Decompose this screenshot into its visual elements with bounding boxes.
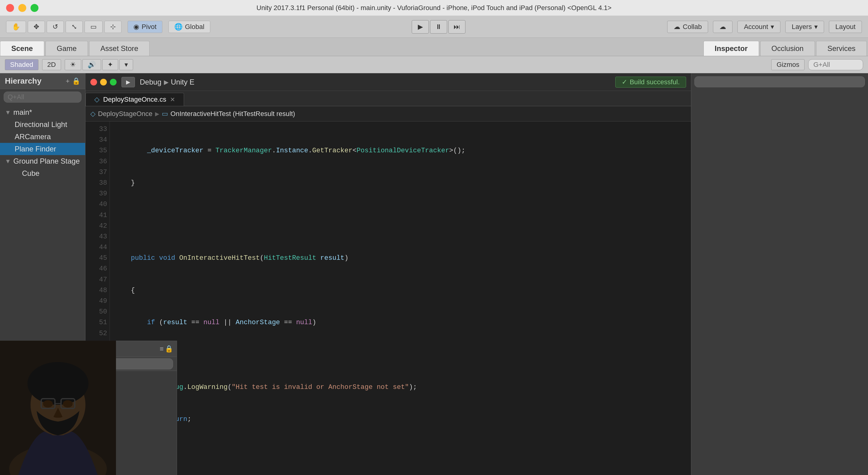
code-line-34: } <box>115 178 686 188</box>
rect-tool[interactable]: ▭ <box>85 21 102 33</box>
hierarchy-search-input[interactable] <box>4 92 82 102</box>
pivot-button[interactable]: ◉ Pivot <box>128 21 162 33</box>
webcam-overlay <box>0 341 116 475</box>
code-line-40: { <box>115 350 686 360</box>
scene-search[interactable] <box>808 59 863 70</box>
window-title: Unity 2017.3.1f1 Personal (64bit) - main… <box>256 4 611 12</box>
code-line-41: Debug.LogWarning("Hit test is invalid or… <box>115 382 686 393</box>
hierarchy-item-directional-light[interactable]: Directional Light <box>0 118 85 131</box>
svg-point-8 <box>43 400 53 408</box>
tab-services[interactable]: Services <box>816 41 867 56</box>
tab-game[interactable]: Game <box>45 41 88 56</box>
breadcrumb-method-icon: ▭ <box>162 110 168 118</box>
inspector-panel <box>691 73 868 475</box>
scene-view-modes[interactable]: ▾ <box>119 59 133 70</box>
close-button[interactable] <box>6 4 14 12</box>
code-line-38: { <box>115 285 686 296</box>
rotate-tool[interactable]: ↺ <box>47 21 64 33</box>
svg-point-4 <box>28 362 89 405</box>
svg-point-9 <box>63 400 73 408</box>
build-success: ✓ Build successful. <box>615 77 686 88</box>
unity-toolbar: ✋ ✥ ↺ ⤡ ▭ ⊹ ◉ Pivot 🌐 Global ▶ ⏸ ⏭ ☁ Col… <box>0 16 868 38</box>
toolbar-right: ☁ Collab ☁ Account ▾ Layers ▾ Layout <box>667 21 862 33</box>
global-button[interactable]: 🌐 Global <box>168 21 210 33</box>
webcam-feed <box>0 341 116 475</box>
minimize-button[interactable] <box>18 4 26 12</box>
hierarchy-title: Hierarchy <box>5 76 41 86</box>
window-buttons <box>6 4 38 12</box>
code-editor[interactable]: _deviceTracker = TrackerManager.Instance… <box>110 121 691 475</box>
debug-min-button[interactable] <box>100 79 107 86</box>
layout-button[interactable]: Layout <box>829 21 862 33</box>
code-line-43: } <box>115 446 686 457</box>
cs-icon: ◇ <box>94 95 99 103</box>
scene-toolbar: Shaded 2D ☀ 🔊 ✦ ▾ Gizmos <box>0 56 868 73</box>
code-line-37: public void OnInteractiveHitTest(HitTest… <box>115 253 686 263</box>
cloud-button[interactable]: ☁ <box>713 21 733 33</box>
file-tab-close[interactable]: ✕ <box>170 96 175 103</box>
code-line-42: return; <box>115 414 686 425</box>
account-button[interactable]: Account ▾ <box>737 21 780 33</box>
debug-label: Debug ▶ Unity E <box>140 78 194 86</box>
bottom-collapse-icon[interactable]: 🔒 <box>165 345 173 353</box>
hand-tool[interactable]: ✋ <box>6 21 26 33</box>
person-silhouette <box>0 341 116 475</box>
inspector-search-input[interactable] <box>694 76 865 87</box>
hierarchy-search <box>0 89 85 105</box>
step-button[interactable]: ⏭ <box>448 20 465 34</box>
inspector-tabs-main: Inspector Occlusion Services <box>704 41 868 56</box>
debug-traffic-lights <box>90 79 117 86</box>
gizmos-button[interactable]: Gizmos <box>771 59 805 70</box>
bottom-lock-icon[interactable]: ≡ <box>160 345 163 353</box>
title-bar: Unity 2017.3.1f1 Personal (64bit) - main… <box>0 0 868 16</box>
hierarchy-item-main[interactable]: ▼ main* <box>0 106 85 118</box>
fx-button[interactable]: ✦ <box>102 59 118 70</box>
tab-occlusion[interactable]: Occlusion <box>760 41 815 56</box>
file-tab-deploy[interactable]: ◇ DeployStageOnce.cs ✕ <box>86 93 184 106</box>
hierarchy-buttons: + 🔒 <box>66 77 80 85</box>
collab-button[interactable]: ☁ Collab <box>667 21 708 33</box>
hierarchy-lock-button[interactable]: 🔒 <box>72 77 80 85</box>
2d-button[interactable]: 2D <box>42 59 61 70</box>
debug-close-button[interactable] <box>90 79 97 86</box>
file-tabs: ◇ DeployStageOnce.cs ✕ <box>86 91 691 106</box>
move-tool[interactable]: ✥ <box>28 21 45 33</box>
breadcrumb-class[interactable]: DeployStageOnce <box>98 110 153 118</box>
main-tabs: Scene Game Asset Store Inspector Occlusi… <box>0 38 868 56</box>
maximize-button[interactable] <box>31 4 38 12</box>
bottom-panel-icons: ≡ 🔒 <box>160 345 173 353</box>
tab-inspector[interactable]: Inspector <box>704 41 759 56</box>
debug-max-button[interactable] <box>110 79 117 86</box>
scale-tool[interactable]: ⤡ <box>66 21 83 33</box>
shaded-button[interactable]: Shaded <box>5 59 38 70</box>
hierarchy-add-button[interactable]: + <box>66 77 70 85</box>
code-line-39: if (result == null || AnchorStage == nul… <box>115 317 686 328</box>
play-controls: ▶ ⏸ ⏭ <box>412 20 465 34</box>
hierarchy-header: Hierarchy + 🔒 <box>0 73 85 89</box>
breadcrumb-class-icon: ◇ <box>90 110 96 118</box>
inspector-search <box>691 73 868 90</box>
scene-options: ☀ 🔊 ✦ ▾ <box>65 59 133 70</box>
tab-scene[interactable]: Scene <box>0 41 44 56</box>
hierarchy-item-ground-plane-stage[interactable]: ▼ Ground Plane Stage <box>0 155 85 167</box>
hierarchy-item-cube[interactable]: Cube <box>0 167 85 179</box>
play-button[interactable]: ▶ <box>412 20 429 34</box>
pause-button[interactable]: ⏸ <box>430 20 447 34</box>
lighting-button[interactable]: ☀ <box>65 59 81 70</box>
inspector-content <box>691 90 868 475</box>
hierarchy-item-plane-finder[interactable]: Plane Finder <box>0 143 85 155</box>
hierarchy-item-arcamera[interactable]: ARCamera <box>0 131 85 143</box>
code-line-33: _deviceTracker = TrackerManager.Instance… <box>115 145 686 156</box>
transform-tools: ✋ ✥ ↺ ⤡ ▭ ⊹ <box>6 21 121 33</box>
layers-button[interactable]: Layers ▾ <box>785 21 824 33</box>
debug-play-button[interactable]: ▶ <box>121 77 135 87</box>
breadcrumb-method: OnInteractiveHitTest (HitTestResult resu… <box>170 110 295 118</box>
transform-tool[interactable]: ⊹ <box>104 21 121 33</box>
debug-bar: ▶ Debug ▶ Unity E ✓ Build successful. <box>86 73 691 91</box>
breadcrumb: ◇ DeployStageOnce ▶ ▭ OnInteractiveHitTe… <box>86 106 691 121</box>
tab-asset-store[interactable]: Asset Store <box>89 41 150 56</box>
audio-button[interactable]: 🔊 <box>83 59 101 70</box>
